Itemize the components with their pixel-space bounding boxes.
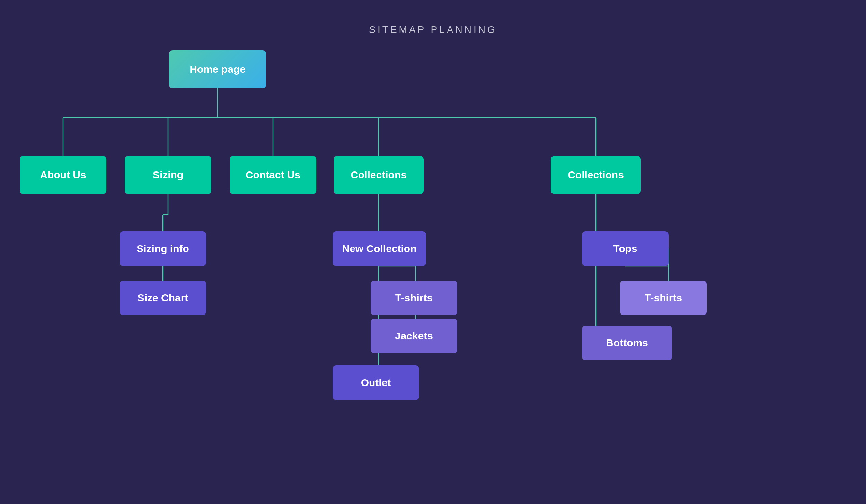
contact-us-node[interactable]: Contact Us (230, 156, 316, 194)
collections2-node[interactable]: Collections (551, 156, 641, 194)
sizing-node[interactable]: Sizing (125, 156, 211, 194)
tshirts2-node[interactable]: T-shirts (620, 281, 707, 315)
outlet-node[interactable]: Outlet (333, 365, 419, 400)
size-chart-node[interactable]: Size Chart (120, 281, 206, 315)
bottoms-node[interactable]: Bottoms (582, 326, 672, 360)
page-title: SITEMAP PLANNING (0, 0, 866, 35)
home-page-node[interactable]: Home page (169, 50, 266, 88)
collections1-node[interactable]: Collections (334, 156, 424, 194)
tops-node[interactable]: Tops (582, 231, 669, 266)
jackets-node[interactable]: Jackets (371, 319, 457, 353)
new-collection-node[interactable]: New Collection (333, 231, 426, 266)
about-us-node[interactable]: About Us (20, 156, 106, 194)
tshirts1-node[interactable]: T-shirts (371, 281, 457, 315)
sizing-info-node[interactable]: Sizing info (120, 231, 206, 266)
